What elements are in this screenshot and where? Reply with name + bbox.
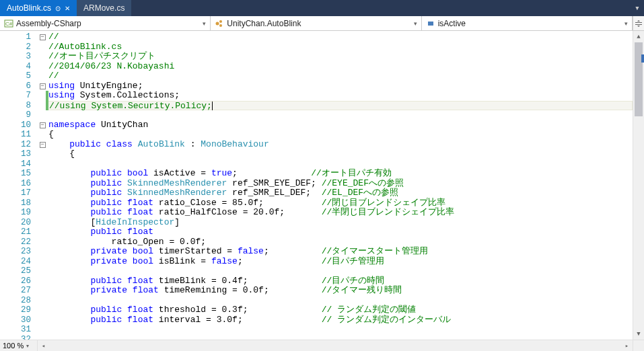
line-number: 17 — [0, 188, 31, 198]
fold-marker — [38, 71, 47, 81]
tab-label: ARMove.cs — [83, 3, 124, 13]
fold-marker — [38, 198, 47, 208]
code-line[interactable]: //2014/06/23 N.Kobayashi — [47, 62, 633, 72]
fold-marker[interactable]: − — [38, 32, 47, 42]
line-number: 32 — [0, 335, 31, 340]
code-line[interactable]: public SkinnedMeshRenderer ref_SMR_EYE_D… — [47, 179, 633, 189]
code-line[interactable]: private bool timerStarted = false; //タイマ… — [47, 247, 633, 257]
code-line[interactable]: namespace UnityChan — [47, 120, 633, 130]
code-line[interactable]: //using System.Security.Policy; — [47, 101, 633, 111]
line-number: 31 — [0, 325, 31, 335]
svg-point-2 — [216, 22, 219, 25]
hscroll-track[interactable] — [49, 340, 621, 351]
code-line[interactable]: public float — [47, 227, 633, 237]
change-marker — [641, 54, 644, 63]
line-number: 15 — [0, 169, 31, 179]
chevron-down-icon: ▾ — [26, 343, 29, 349]
line-number-gutter: 1234567891011121314151617181920212223242… — [0, 31, 38, 340]
code-line[interactable]: using UnityEngine; — [47, 81, 633, 91]
scroll-up-button[interactable]: ▲ — [633, 31, 644, 42]
vertical-scrollbar[interactable]: ▲ ▼ — [633, 31, 644, 340]
member-combo[interactable]: isActive ▾ — [422, 16, 633, 30]
fold-marker — [38, 325, 47, 335]
bottom-bar: 100 % ▾ ◂ ▸ — [0, 340, 644, 351]
code-line[interactable]: public SkinnedMeshRenderer ref_SMR_EL_DE… — [47, 188, 633, 198]
scroll-left-button[interactable]: ◂ — [38, 340, 49, 351]
code-line[interactable]: ratio_Open = 0.0f; — [47, 237, 633, 247]
line-number: 10 — [0, 120, 31, 130]
fold-marker — [38, 188, 47, 198]
svg-rect-7 — [635, 24, 642, 25]
code-line[interactable]: public float timeBlink = 0.4f; //目パチの時間 — [47, 276, 633, 286]
scroll-down-button[interactable]: ▼ — [633, 328, 644, 340]
zoom-combo[interactable]: 100 % ▾ — [0, 340, 38, 351]
code-line[interactable]: { — [47, 130, 633, 140]
fold-marker — [38, 149, 47, 159]
fold-marker — [38, 247, 47, 257]
fold-marker — [38, 266, 47, 276]
line-number: 8 — [0, 101, 31, 111]
pin-icon[interactable]: ⊙ — [55, 5, 61, 12]
project-name: Assembly-CSharp — [16, 19, 200, 28]
code-line[interactable]: public class AutoBlink : MonoBehaviour — [47, 140, 633, 150]
line-number: 12 — [0, 140, 31, 150]
line-number: 24 — [0, 257, 31, 267]
fold-marker — [38, 110, 47, 120]
code-line[interactable]: // — [47, 32, 633, 42]
line-number: 30 — [0, 315, 31, 325]
zoom-value: 100 % — [3, 342, 24, 350]
code-line[interactable] — [47, 159, 633, 169]
fold-marker — [38, 315, 47, 325]
code-line[interactable]: private bool isBlink = false; //目パチ管理用 — [47, 257, 633, 267]
svg-rect-5 — [428, 22, 433, 26]
fold-marker — [38, 276, 47, 286]
fold-marker[interactable]: − — [38, 81, 47, 91]
code-line[interactable] — [47, 335, 633, 340]
class-combo[interactable]: UnityChan.AutoBlink ▾ — [211, 16, 421, 30]
tab-armove[interactable]: ARMove.cs — [77, 0, 131, 16]
fold-marker — [38, 169, 47, 179]
member-name: isActive — [438, 19, 622, 28]
code-line[interactable]: private float timeRemining = 0.0f; //タイマ… — [47, 286, 633, 296]
code-line[interactable]: public float ratio_Close = 85.0f; //閉じ目ブ… — [47, 198, 633, 208]
line-number: 6 — [0, 81, 31, 91]
fold-marker — [38, 218, 47, 228]
line-number: 1 — [0, 32, 31, 42]
change-bar — [46, 101, 48, 111]
close-icon[interactable]: ✕ — [65, 5, 70, 12]
code-line[interactable] — [47, 325, 633, 335]
code-line[interactable]: // — [47, 71, 633, 81]
code-line[interactable]: using System.Collections; — [47, 91, 633, 101]
code-line[interactable]: public float threshold = 0.3f; // ランダム判定… — [47, 305, 633, 315]
fold-marker — [38, 237, 47, 247]
line-number: 20 — [0, 218, 31, 228]
code-line[interactable]: public bool isActive = true; //オート目パチ有効 — [47, 169, 633, 179]
project-combo[interactable]: C# Assembly-CSharp ▾ — [0, 16, 211, 30]
scroll-right-button[interactable]: ▸ — [621, 340, 633, 351]
line-number: 28 — [0, 296, 31, 306]
fold-marker — [38, 159, 47, 169]
resize-grip[interactable] — [633, 340, 644, 351]
fold-marker[interactable]: − — [38, 140, 47, 150]
scroll-thumb[interactable] — [635, 42, 643, 116]
code-line[interactable]: { — [47, 149, 633, 159]
code-line[interactable] — [47, 110, 633, 120]
tab-autoblink[interactable]: AutoBlink.cs ⊙ ✕ — [0, 0, 77, 16]
code-line[interactable] — [47, 266, 633, 276]
code-content[interactable]: ////AutoBlink.cs//オート目パチスクリプト//2014/06/2… — [47, 31, 633, 340]
code-line[interactable] — [47, 296, 633, 306]
line-number: 19 — [0, 208, 31, 218]
code-line[interactable]: [HideInInspector] — [47, 218, 633, 228]
chevron-down-icon: ▾ — [624, 20, 628, 27]
tab-overflow-menu[interactable]: ▾ — [631, 0, 644, 16]
scroll-track[interactable] — [633, 42, 644, 328]
code-line[interactable]: //オート目パチスクリプト — [47, 52, 633, 62]
code-line[interactable]: public float interval = 3.0f; // ランダム判定の… — [47, 315, 633, 325]
line-number: 5 — [0, 71, 31, 81]
line-number: 16 — [0, 179, 31, 189]
fold-marker[interactable]: − — [38, 120, 47, 130]
code-line[interactable]: //AutoBlink.cs — [47, 42, 633, 52]
line-number: 13 — [0, 149, 31, 159]
code-line[interactable]: public float ratio_HalfClose = 20.0f; //… — [47, 208, 633, 218]
split-button[interactable] — [633, 16, 644, 30]
